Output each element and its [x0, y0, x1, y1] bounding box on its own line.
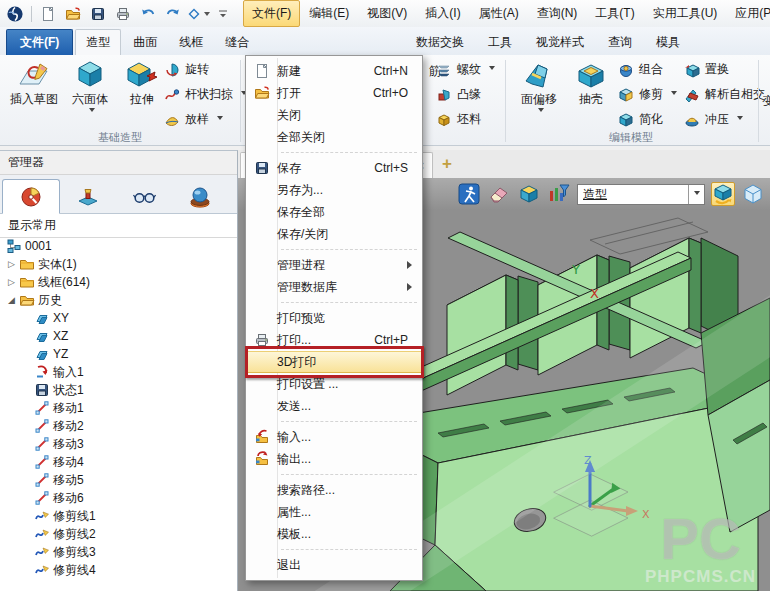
menu-item-properties[interactable]: 属性...: [246, 501, 422, 523]
node-move3[interactable]: 移动3: [0, 435, 237, 453]
combine-button[interactable]: 组合: [618, 57, 677, 82]
menu-item-search-path[interactable]: 搜索路径...: [246, 479, 422, 501]
save-button[interactable]: [86, 2, 110, 25]
menu-apps[interactable]: 应用(P): [726, 0, 770, 27]
node-move6[interactable]: 移动6: [0, 489, 237, 507]
menu-item-print-setup[interactable]: 打印设置 ...: [246, 373, 422, 395]
menu-view[interactable]: 视图(V): [358, 0, 416, 27]
node-move2[interactable]: 移动2: [0, 417, 237, 435]
menu-item-close[interactable]: 关闭: [246, 104, 422, 126]
menu-item-manage-database[interactable]: 管理数据库: [246, 276, 422, 298]
menu-item-send[interactable]: 发送...: [246, 395, 422, 417]
expander-open-icon[interactable]: ◢: [5, 295, 18, 305]
menu-item-export[interactable]: 输出...: [246, 448, 422, 470]
thread-button[interactable]: 螺纹: [436, 57, 495, 82]
flange-button[interactable]: 凸缘: [436, 82, 495, 107]
menu-item-print-preview[interactable]: 打印预览: [246, 307, 422, 329]
menu-item-print[interactable]: 打印...Ctrl+P: [246, 329, 422, 351]
menu-item-open[interactable]: 打开Ctrl+O: [246, 82, 422, 104]
resolve-self-intersect-button[interactable]: 解析自相交: [684, 82, 765, 107]
node-trimline4[interactable]: 修剪线4: [0, 561, 237, 579]
tab-surface[interactable]: 曲面: [123, 30, 167, 55]
walkthrough-button[interactable]: [457, 182, 481, 206]
filter-bar[interactable]: 显示常用: [0, 214, 237, 238]
app-logo[interactable]: [3, 2, 27, 25]
tab-wireframe[interactable]: 线框: [169, 30, 213, 55]
extrude-button[interactable]: 拉伸: [116, 55, 168, 115]
dropdown-arrow-button[interactable]: [688, 185, 704, 204]
display-style-dropdown[interactable]: 造型: [577, 184, 705, 205]
tab-tools[interactable]: 工具: [478, 30, 522, 55]
print-button[interactable]: [111, 2, 135, 25]
redo-button[interactable]: [161, 2, 185, 25]
menu-item-templates[interactable]: 模板...: [246, 523, 422, 545]
undo-button[interactable]: [136, 2, 160, 25]
menu-edit[interactable]: 编辑(E): [300, 0, 358, 27]
shell-button[interactable]: 抽壳: [568, 55, 614, 115]
loft-button[interactable]: 放样: [164, 107, 247, 132]
manager-tab-history[interactable]: [2, 179, 60, 214]
manager-tab-render[interactable]: [172, 180, 228, 213]
expander-closed-icon[interactable]: ▷: [5, 277, 18, 287]
tab-data-exchange[interactable]: 数据交换: [406, 30, 474, 55]
open-button[interactable]: [61, 2, 85, 25]
node-solids[interactable]: ▷实体(1): [0, 255, 237, 273]
rod-sweep-button[interactable]: 杆状扫掠: [164, 82, 247, 107]
render-filter-button[interactable]: [547, 182, 571, 206]
tab-visual-style[interactable]: 视觉样式: [526, 30, 594, 55]
tab-shape[interactable]: 造型: [75, 29, 121, 56]
menu-item-save-all[interactable]: 保存全部: [246, 201, 422, 223]
node-trimline3[interactable]: 修剪线3: [0, 543, 237, 561]
menu-attribute[interactable]: 属性(A): [470, 0, 528, 27]
menu-item-save-as[interactable]: 另存为...: [246, 179, 422, 201]
view-orient-button[interactable]: [186, 2, 210, 25]
node-wireframe[interactable]: ▷线框(614): [0, 273, 237, 291]
solid-display-button[interactable]: [517, 182, 541, 206]
simplify-button[interactable]: 简化: [618, 107, 677, 132]
tab-file[interactable]: 文件(F): [6, 29, 73, 55]
erase-button[interactable]: [487, 182, 511, 206]
menu-utilities[interactable]: 实用工具(U): [644, 0, 727, 27]
node-move5[interactable]: 移动5: [0, 471, 237, 489]
menu-insert[interactable]: 插入(I): [416, 0, 469, 27]
face-offset-button[interactable]: 面偏移: [510, 55, 568, 115]
node-root[interactable]: 0001: [0, 237, 237, 255]
tab-mold[interactable]: 模具: [646, 30, 690, 55]
trim-button[interactable]: 修剪: [618, 82, 677, 107]
tab-inquire[interactable]: 查询: [598, 30, 642, 55]
tab-sew[interactable]: 缝合: [215, 30, 259, 55]
new-tab-button[interactable]: +: [442, 155, 452, 173]
menu-item-import[interactable]: 输入...: [246, 426, 422, 448]
menu-tools[interactable]: 工具(T): [586, 0, 643, 27]
node-yz[interactable]: YZ: [0, 345, 237, 363]
menu-item-new[interactable]: 新建Ctrl+N: [246, 60, 422, 82]
view-cube-button[interactable]: [741, 182, 765, 206]
node-history[interactable]: ◢历史: [0, 291, 237, 309]
node-move4[interactable]: 移动4: [0, 453, 237, 471]
menu-item-close-all[interactable]: 全部关闭: [246, 126, 422, 148]
menu-item-save-close[interactable]: 保存/关闭: [246, 223, 422, 245]
partial-right-button[interactable]: 变: [762, 93, 770, 110]
menu-item-print-3d[interactable]: 3D打印: [246, 351, 422, 373]
insert-sketch-button[interactable]: 插入草图: [4, 55, 64, 115]
hexahedron-button[interactable]: 六面体: [64, 55, 116, 115]
node-state1[interactable]: 状态1: [0, 381, 237, 399]
node-input1[interactable]: 输入1: [0, 363, 237, 381]
menu-inquire[interactable]: 查询(N): [528, 0, 587, 27]
menu-item-save[interactable]: 保存Ctrl+S: [246, 157, 422, 179]
replace-button[interactable]: 置换: [684, 57, 765, 82]
node-trimline2[interactable]: 修剪线2: [0, 525, 237, 543]
manager-tab-visibility[interactable]: [116, 180, 172, 213]
menu-item-manage-process[interactable]: 管理进程: [246, 254, 422, 276]
menu-item-exit[interactable]: 退出: [246, 554, 422, 576]
manager-tab-assembly[interactable]: [60, 180, 116, 213]
node-xz[interactable]: XZ: [0, 327, 237, 345]
node-xy[interactable]: XY: [0, 309, 237, 327]
node-trimline1[interactable]: 修剪线1: [0, 507, 237, 525]
style-cube-button[interactable]: [711, 182, 735, 206]
customize-qat-button[interactable]: [211, 2, 235, 25]
revolve-button[interactable]: 旋转: [164, 57, 247, 82]
punch-button[interactable]: 冲压: [684, 107, 765, 132]
new-button[interactable]: [36, 2, 60, 25]
node-move1[interactable]: 移动1: [0, 399, 237, 417]
